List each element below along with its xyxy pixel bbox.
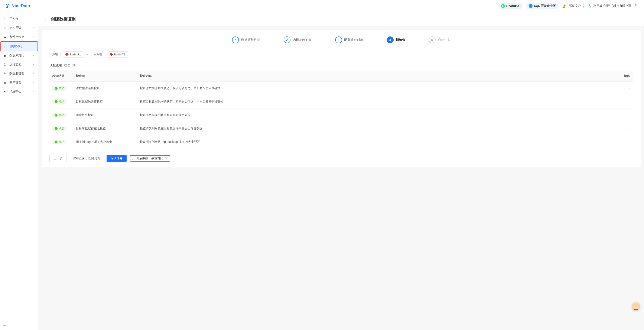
page-title: 创建数据复制 [51,16,76,22]
table-row: 成功目标数据源连接检查检查目标数据源网关状态、实例是否可达、用户名及密码准确性- [50,95,633,108]
page-header: ← 创建数据复制 [38,12,644,26]
language-icon[interactable]: ⠿ [634,4,639,8]
sidebar-item-label: SQL 开发 [10,26,22,30]
sidebar-item-label: 工作台 [10,17,18,21]
sidebar-item-backup[interactable]: ☁备份与恢复﹀ [0,32,38,41]
footer-actions: 上一步 保存任务，返回列表 启动任务 开启数据一致性对比 ? [42,149,640,162]
target-label: 目标端 [94,52,102,56]
wizard-steps: ✓数据源与目标 ✓选择复制对象 ✓配置映射对象 4预检查 5启动任务 [42,30,640,49]
col-operation: 操作 [612,71,633,82]
home-icon: ⌂ [4,17,7,21]
brand-name: NineData [12,4,30,8]
prev-button[interactable]: 上一步 [50,155,66,162]
step-mapping[interactable]: ✓配置映射对象 [335,36,363,43]
replication-icon: ⇄ [4,44,8,48]
brand-logo[interactable]: NineData [5,4,30,8]
start-task-button[interactable]: 启动任务 [106,155,126,162]
check-icon: ✓ [335,36,342,43]
table-row: 成功源库权限检查检查源数据库的账号权限是否满足要求- [50,108,633,122]
chatdba-pill[interactable]: AI ChatDBA [498,3,522,9]
enable-compare-label: 开启数据一致性对比 [136,156,163,160]
globe-icon: 🌐 [529,4,532,8]
redis-icon [65,53,68,56]
sidebar-item-messages[interactable]: ✉消息中心﹀ [0,87,38,96]
sidebar-item-label: 备份与恢复 [10,35,24,39]
precheck-summary: 预检查项 成功 5 [42,61,640,69]
step-select-objects[interactable]: ✓选择复制对象 [284,36,312,43]
help-icon[interactable]: ? [165,157,168,160]
step-number: 4 [387,36,394,43]
terminal-icon: ▭ [4,26,7,30]
step-label: 数据源与目标 [241,38,260,42]
sidebar-item-ops[interactable]: ⏱运维监控﹀ [0,60,38,69]
col-content: 检查内容 [137,71,612,82]
precheck-label: 预检查项 [50,63,62,67]
chevron-down-icon: ﹀ [32,26,35,30]
sidebar-item-datasource[interactable]: 🗄数据源管理﹀ [0,69,38,78]
chevron-down-icon: ﹀ [32,54,35,58]
question-icon: ? [582,4,585,8]
col-result: 检查结果 [50,71,73,82]
precheck-status: 成功 [64,63,70,67]
brand-icon [5,4,10,8]
target-value-chip[interactable]: Redis-T2 [107,52,128,58]
check-icon: ✓ [284,36,290,43]
source-value: Redis-T1 [70,53,81,56]
row-op: - [612,95,633,108]
sidebar-item-sql-dev[interactable]: ▭SQL 开发﹀ [0,24,38,32]
step-precheck[interactable]: 4预检查 [387,36,405,43]
backup-icon: ☁ [4,35,7,38]
check-item: 源库权限检查 [73,108,137,122]
sidebar-item-workbench[interactable]: ⌂工作台 [0,14,38,24]
col-item: 检查项 [73,71,137,82]
table-row: 成功源数据源连接检查检查源数据源网关状态、实例是否可达、用户名及密码准确性- [50,82,633,95]
sidebar-collapse-icon[interactable]: ☰ [3,322,6,326]
notification-bell-icon[interactable]: 🔔 [562,4,566,8]
ai-badge: AI [501,4,505,8]
sql-dev-pill[interactable]: 🌐 SQL 开发企业版 [526,3,558,9]
step-label: 配置映射对象 [344,38,363,42]
chevron-down-icon: ﹀ [32,63,35,66]
step-start: 5启动任务 [429,36,450,43]
row-op: - [612,135,633,149]
sidebar-item-account[interactable]: ⊞账户管理﹀ [0,78,38,87]
redis-icon [110,53,113,56]
enable-compare-checkbox-wrap[interactable]: 开启数据一致性对比 ? [130,155,170,162]
target-value: Redis-T2 [114,53,125,56]
company-name: 玖章算术(浙江)科技有限公司 [594,4,631,8]
table-row: 成功源实例 Log Buffer 大小检查检查源实例参数 repl-backlo… [50,135,633,149]
sidebar-item-db-compare[interactable]: ▣数据库对比﹀ [0,51,38,60]
sidebar-item-data-replication[interactable]: ⇄数据复制 [0,41,38,51]
chevron-down-icon: ﹀ [32,81,35,84]
main-content: ← 创建数据复制 ✓数据源与目标 ✓选择复制对象 ✓配置映射对象 4预检查 5启… [38,12,644,330]
help-label: 帮助文档 [569,4,581,8]
topbar-right: AI ChatDBA 🌐 SQL 开发企业版 🔔 帮助文档 ? 玖章算术(浙江)… [498,3,639,9]
target-label-chip: 目标端 [91,51,105,58]
company-switch[interactable]: 玖章算术(浙江)科技有限公司 [588,4,631,8]
source-value-chip[interactable]: Redis-T1 [63,52,84,58]
sidebar: ⌂工作台 ▭SQL 开发﹀ ☁备份与恢复﹀ ⇄数据复制 ▣数据库对比﹀ ⏱运维监… [0,12,38,330]
table-row: 成功目标库数据存在性检查检查待复制对象在目标数据库中是否已存在数据- [50,122,633,135]
sidebar-item-label: 账户管理 [10,80,21,84]
support-avatar-icon[interactable] [632,302,640,311]
chatdba-label: ChatDBA [506,4,519,8]
sql-dev-label: SQL 开发企业版 [534,4,556,8]
mail-icon: ✉ [4,90,7,93]
back-arrow-icon[interactable]: ← [44,17,48,21]
step-label: 选择复制对象 [292,38,312,42]
success-badge: 成功 [52,99,66,104]
save-return-button[interactable]: 保存任务，返回列表 [69,155,104,162]
account-icon: ⊞ [4,81,7,84]
monitor-icon: ⏱ [4,63,7,66]
step-source-target[interactable]: ✓数据源与目标 [232,36,260,43]
help-link[interactable]: 帮助文档 ? [569,4,585,8]
row-op: - [612,122,633,135]
chevron-down-icon: ﹀ [32,35,35,39]
topbar: NineData AI ChatDBA 🌐 SQL 开发企业版 🔔 帮助文档 ?… [0,0,644,12]
enable-compare-checkbox[interactable] [132,157,135,160]
success-badge: 成功 [52,140,66,144]
datasource-icon: 🗄 [4,72,7,75]
check-content: 检查待复制对象在目标数据库中是否已存在数据 [137,122,612,135]
sidebar-item-label: 数据源管理 [10,72,24,76]
precheck-table: 检查结果 检查项 检查内容 操作 成功源数据源连接检查检查源数据源网关状态、实例… [50,71,633,149]
